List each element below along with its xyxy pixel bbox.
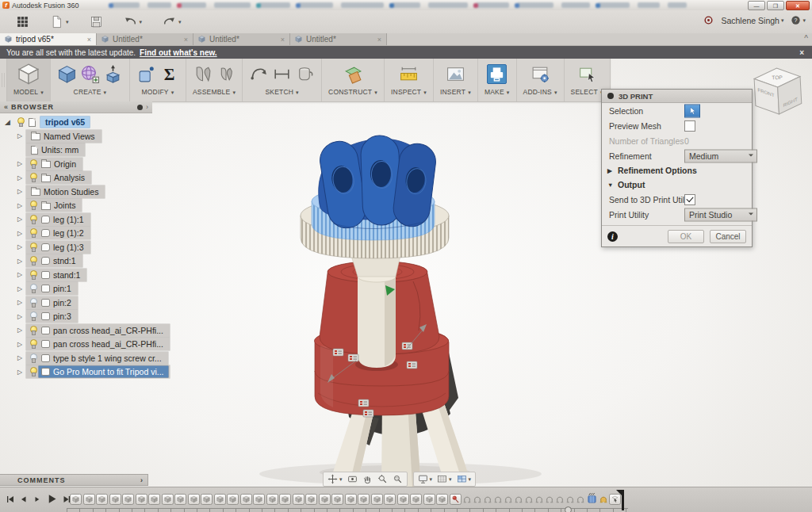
expand-arrow-icon[interactable]: ▷: [17, 230, 26, 237]
visibility-bulb-icon[interactable]: [29, 173, 36, 182]
joint-badge-icon[interactable]: [407, 361, 417, 369]
close-button[interactable]: ✕: [786, 1, 810, 10]
print-utility-dropdown[interactable]: Print Studio: [684, 208, 757, 221]
sphere-purple-button[interactable]: [80, 64, 100, 84]
preview-mesh-checkbox[interactable]: [684, 120, 695, 132]
measure-button[interactable]: [399, 64, 419, 84]
joint-badge-icon[interactable]: [363, 410, 373, 417]
hand-pan-button[interactable]: [362, 474, 373, 484]
expand-arrow-icon[interactable]: ▷: [17, 174, 26, 181]
visibility-bulb-icon[interactable]: [29, 339, 36, 349]
timeline-feature-box-icon[interactable]: [436, 494, 448, 505]
expand-arrow-icon[interactable]: ▷: [17, 132, 26, 139]
tree-item-pin-2[interactable]: ▷pin:2: [0, 296, 152, 310]
timeline-feature-box-icon[interactable]: [70, 494, 82, 505]
cancel-button[interactable]: Cancel: [710, 230, 746, 243]
spline-button[interactable]: [249, 64, 269, 84]
tree-item-leg-1-1[interactable]: ▷leg (1):1: [0, 213, 152, 227]
timeline-feature-box-icon[interactable]: [331, 494, 343, 505]
visibility-bulb-icon[interactable]: [29, 215, 36, 224]
viewports-button[interactable]: ▾: [457, 474, 472, 484]
toolbar-group-make[interactable]: MAKE▾: [478, 59, 517, 101]
print-3d-button[interactable]: [487, 64, 507, 84]
toolbar-group-sketch[interactable]: SKETCH▾: [243, 59, 322, 101]
timeline-feature-box-icon[interactable]: [345, 494, 357, 505]
browser-header[interactable]: « BROWSER ›: [0, 101, 152, 113]
whats-new-link[interactable]: Find out what's new.: [140, 48, 217, 57]
visibility-bulb-icon[interactable]: [29, 367, 36, 376]
expand-arrow-icon[interactable]: ▷: [17, 160, 26, 167]
output-section[interactable]: ▼ Output: [602, 178, 752, 192]
joint-badge-icon[interactable]: [348, 354, 358, 361]
timeline-ground-icon[interactable]: [586, 491, 598, 505]
expand-arrow-icon[interactable]: ▷: [17, 216, 26, 223]
send-utility-checkbox[interactable]: [684, 194, 695, 205]
timeline-feature-box-icon[interactable]: [371, 494, 383, 505]
toolbar-grip[interactable]: [0, 59, 7, 101]
app-grid-button[interactable]: [16, 15, 29, 29]
timeline-feature-box-icon[interactable]: [240, 494, 252, 505]
dialog-header[interactable]: 3D PRINT: [602, 90, 752, 103]
timeline-joint-icon[interactable]: [555, 493, 565, 505]
timeline-feature-box-icon[interactable]: [214, 494, 226, 505]
panel-chevron-icon[interactable]: ›: [140, 476, 144, 484]
selection-button[interactable]: [684, 104, 700, 117]
timeline-feature-box-icon[interactable]: [319, 494, 331, 505]
toolbar-group-modify[interactable]: ΣMODIFY▾: [130, 59, 186, 101]
visibility-bulb-icon[interactable]: [29, 159, 36, 169]
tab-untitled-1[interactable]: Untitled*×: [97, 33, 193, 45]
timeline-feature-box-icon[interactable]: [96, 494, 108, 505]
visibility-bulb-icon[interactable]: [29, 353, 36, 363]
visibility-bulb-icon[interactable]: [29, 201, 36, 210]
tab-close-icon[interactable]: ×: [183, 36, 189, 44]
joint-badge-icon[interactable]: [333, 349, 343, 356]
timeline-feature-box-icon[interactable]: [227, 494, 239, 505]
file-button[interactable]: ▾: [50, 15, 69, 29]
expand-arrow-icon[interactable]: ▷: [17, 202, 26, 209]
tab-close-icon[interactable]: ×: [86, 36, 92, 44]
tab-untitled-2[interactable]: Untitled*×: [193, 33, 290, 45]
grid-settings-button[interactable]: ▾: [437, 474, 452, 484]
timeline-feature-box-icon[interactable]: [109, 494, 121, 505]
visibility-bulb-icon[interactable]: [29, 326, 36, 335]
refinement-options-section[interactable]: ▶ Refinement Options: [602, 163, 752, 178]
timeline-feature-box-icon[interactable]: [201, 494, 213, 505]
step-back-button[interactable]: [19, 495, 29, 504]
toolbar-group-assemble[interactable]: ASSEMBLE▾: [186, 59, 243, 101]
collapse-panel-icon[interactable]: «: [4, 103, 8, 111]
timeline-feature-box-icon[interactable]: [293, 494, 304, 505]
timeline-feature-box-icon[interactable]: [266, 494, 278, 505]
tree-item-pan-cross-head-ai-cr-phfi[interactable]: ▷pan cross head_ai_CR-PHfi...: [0, 324, 152, 338]
construct-planes-button[interactable]: [343, 64, 363, 84]
expand-arrow-icon[interactable]: ▷: [17, 285, 26, 292]
view-cube[interactable]: TOP FRONT RIGHT: [750, 62, 806, 122]
help-menu[interactable]: ? ▾: [791, 15, 806, 25]
timeline-feature-box-icon[interactable]: [174, 494, 186, 505]
tree-item-joints[interactable]: ▷Joints: [0, 199, 152, 212]
line-2pt-button[interactable]: [272, 64, 292, 84]
timeline-joint-icon[interactable]: [473, 493, 482, 505]
save-button[interactable]: [90, 15, 103, 29]
timeline-feature-box-icon[interactable]: [162, 494, 174, 505]
add-ins-button[interactable]: [530, 64, 550, 84]
pan-button[interactable]: ▾: [327, 474, 343, 484]
timeline-joint-icon[interactable]: [483, 493, 492, 505]
visibility-bulb-icon[interactable]: [29, 228, 36, 238]
expand-arrow-icon[interactable]: ▷: [17, 354, 26, 361]
visibility-bulb-icon[interactable]: [29, 311, 36, 321]
toolbar-group-model[interactable]: MODEL▾: [7, 59, 51, 101]
toolbar-group-create[interactable]: CREATE▾: [51, 59, 130, 101]
timeline-feature-box-icon[interactable]: [122, 494, 134, 505]
info-icon[interactable]: i: [607, 231, 618, 242]
timeline-sketch-select-icon[interactable]: [609, 494, 621, 505]
toolbar-group-construct[interactable]: CONSTRUCT▾: [322, 59, 385, 101]
timeline-feature-box-icon[interactable]: [305, 494, 317, 505]
undo-button[interactable]: ▾: [124, 15, 143, 29]
tab-close-icon[interactable]: ×: [377, 36, 382, 44]
ok-button[interactable]: OK: [668, 230, 704, 243]
expand-arrow-icon[interactable]: ▷: [17, 313, 26, 320]
timeline-feature-box-icon[interactable]: [279, 494, 291, 505]
tree-item-tripod-v65[interactable]: ◢tripod v65: [0, 116, 152, 129]
tree-item-leg-1-2[interactable]: ▷leg (1):2: [0, 227, 152, 240]
zoom-button[interactable]: [377, 474, 388, 484]
